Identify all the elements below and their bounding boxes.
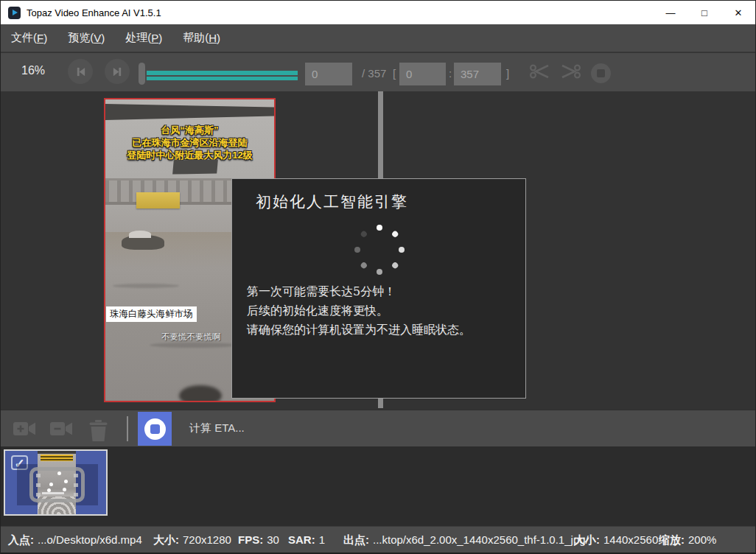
- clip-thumbnail[interactable]: ✓: [4, 449, 108, 516]
- current-frame-input[interactable]: [305, 63, 352, 85]
- transport-toolbar: 16% / 357 [ : ]: [1, 53, 755, 91]
- maximize-button[interactable]: □: [687, 1, 721, 24]
- total-frames-label: / 357: [362, 67, 386, 80]
- trim-bracket-close: ]: [506, 67, 509, 80]
- remove-clip-button[interactable]: [49, 420, 73, 438]
- window-controls: — □ ✕: [654, 1, 755, 24]
- timeline-progress-bar[interactable]: [147, 71, 298, 75]
- status-output-size: 大小:1440x2560: [574, 533, 658, 547]
- preview-workspace: 台风“海高斯” 已在珠海市金湾区沿海登陆 登陆时中心附近最大风力12级 珠海白藤…: [1, 91, 755, 410]
- toolbar-divider: [127, 416, 128, 441]
- stop-icon: [597, 69, 605, 77]
- app-window: Topaz Video Enhance AI V1.5.1 — □ ✕ 文件(F…: [0, 0, 756, 554]
- film-strip-icon: [29, 467, 85, 502]
- status-output-path: 出点:...ktop/x6d_2.00x_1440x2560_thf-1.0.1…: [343, 533, 589, 547]
- trim-out-input[interactable]: [454, 63, 501, 85]
- minimize-button[interactable]: —: [654, 1, 687, 24]
- status-fps: FPS:30: [238, 533, 279, 546]
- preview-yellow-sign-shape: [136, 192, 180, 208]
- window-title: Topaz Video Enhance AI V1.5.1: [27, 7, 161, 18]
- process-toolbar: 计算 ETA...: [1, 410, 755, 446]
- clip-list-strip: ✓: [1, 446, 755, 526]
- stop-processing-button[interactable]: [138, 412, 172, 446]
- skip-end-button[interactable]: [105, 59, 130, 84]
- trim-separator: :: [449, 67, 452, 80]
- skip-end-icon: [112, 66, 123, 77]
- close-button[interactable]: ✕: [721, 1, 755, 24]
- status-sar: SAR:1: [288, 533, 325, 546]
- trim-in-input[interactable]: [399, 63, 446, 85]
- menu-process[interactable]: 处理(P): [115, 24, 172, 52]
- camera-plus-icon: [13, 420, 36, 438]
- dialog-message-1: 第一次可能需要长达5分钟！ 后续的初始化速度将更快。: [247, 282, 511, 320]
- preview-water-streak: [150, 343, 238, 348]
- thumbnail-headline-shape: [41, 455, 73, 461]
- zoom-level: 16%: [21, 64, 45, 77]
- trim-out-scissors-button[interactable]: [559, 63, 581, 80]
- film-holes-left: [36, 474, 41, 497]
- stop-processing-icon: [144, 418, 166, 440]
- preview-water-streak: [113, 284, 179, 288]
- init-engine-dialog: 初始化人工智能引擎 第一次可能需要长达5分钟！ 后续的初始化速度将更快。 请确保…: [231, 178, 526, 399]
- status-bar: 入点:...o/Desktop/x6d.mp4 大小:720x1280 FPS:…: [1, 526, 755, 554]
- trash-icon: [88, 420, 108, 441]
- dialog-message-2: 请确保您的计算机设置为不进入睡眠状态。: [247, 320, 511, 340]
- timeline-progress-bar-secondary: [147, 77, 298, 80]
- preview-overpass-shape: [105, 104, 274, 120]
- status-input-path: 入点:...o/Desktop/x6d.mp4: [8, 533, 142, 547]
- dialog-title: 初始化人工智能引擎: [256, 192, 408, 212]
- preview-headline-text: 台风“海高斯” 已在珠海市金湾区沿海登陆 登陆时中心附近最大风力12级: [105, 124, 274, 161]
- film-holes-right: [74, 474, 78, 497]
- app-logo-icon: [8, 7, 21, 19]
- scissors-left-icon: [529, 63, 551, 80]
- menu-bar: 文件(F) 预览(V) 处理(P) 帮助(H): [1, 24, 755, 52]
- skip-start-button[interactable]: [68, 59, 93, 84]
- menu-preview[interactable]: 预览(V): [57, 24, 115, 52]
- delete-clip-button[interactable]: [88, 420, 108, 441]
- add-clip-button[interactable]: [13, 420, 36, 438]
- stop-preview-button[interactable]: [591, 63, 611, 83]
- eta-status-text: 计算 ETA...: [189, 421, 245, 435]
- preview-location-label: 珠海白藤头海鲜市场: [106, 306, 197, 322]
- trim-bracket-open: [: [393, 67, 396, 80]
- status-input-size: 大小:720x1280: [153, 533, 231, 547]
- timeline-slider-handle[interactable]: [139, 63, 145, 85]
- preview-caption: 不要慌不要慌啊: [161, 332, 221, 343]
- camera-minus-icon: [49, 420, 73, 438]
- menu-file[interactable]: 文件(F): [1, 24, 57, 52]
- status-scale: 缩放:200%: [659, 533, 716, 547]
- preview-hanging-sign-shape: [172, 159, 218, 174]
- scissors-right-icon: [559, 63, 581, 80]
- menu-help[interactable]: 帮助(H): [172, 24, 231, 52]
- skip-start-icon: [75, 66, 86, 77]
- loading-spinner-icon: [351, 222, 407, 278]
- preview-car-shape: [122, 235, 164, 250]
- preview-debris-shape: [179, 385, 222, 402]
- trim-in-scissors-button[interactable]: [529, 63, 551, 80]
- title-bar: Topaz Video Enhance AI V1.5.1 — □ ✕: [1, 1, 755, 24]
